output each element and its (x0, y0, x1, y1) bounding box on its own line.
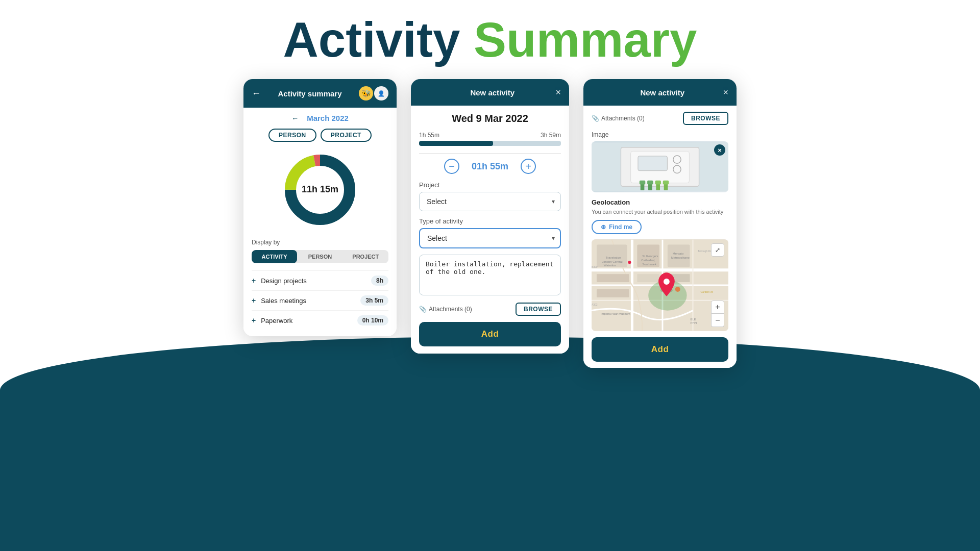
activity-name: Paperwork (261, 317, 357, 324)
close-icon[interactable]: × (723, 87, 728, 98)
activity-time: 0h 10m (357, 315, 388, 325)
time-value: 01h 55m (472, 161, 508, 172)
card1-title: Activity summary (261, 89, 359, 98)
zoom-out-btn[interactable]: − (711, 314, 724, 327)
card-new-activity-map: New activity × 📎 Attachments (0) BROWSE … (583, 79, 737, 368)
svg-point-36 (628, 261, 631, 264)
card3-title: New activity (602, 88, 723, 97)
paperclip-icon: 📎 (592, 115, 599, 122)
top-browse-btn[interactable]: BROWSE (683, 112, 728, 125)
close-icon[interactable]: × (555, 87, 561, 98)
activity-name: Design projects (261, 277, 371, 285)
svg-text:St George's: St George's (642, 255, 658, 258)
list-item: + Sales meetings 3h 5m (252, 290, 388, 310)
svg-text:Borough Rd: Borough Rd (698, 251, 712, 253)
tab-project[interactable]: PROJECT (343, 250, 388, 263)
svg-rect-14 (640, 181, 645, 185)
card3-header: New activity × (583, 79, 737, 106)
time-bar-fill (419, 141, 493, 146)
prev-month-button[interactable]: ← (291, 114, 299, 122)
card1-body: ← March 2022 PERSON PROJECT (243, 108, 397, 336)
expand-icon[interactable]: + (252, 277, 256, 285)
time-bar-labels: 1h 55m 3h 59m (419, 132, 561, 139)
cards-container: ← Activity summary 🐝 👤 ← March 2022 PERS… (243, 79, 737, 368)
svg-text:Southwark: Southwark (642, 263, 656, 266)
date-title: Wed 9 Mar 2022 (419, 113, 561, 124)
time-stepper: − 01h 55m + (419, 159, 561, 174)
increment-time-btn[interactable]: + (521, 159, 536, 174)
header-summary: Summary (474, 12, 697, 67)
attachments-row: 📎 Attachments (0) BROWSE (419, 303, 561, 316)
browse-btn[interactable]: BROWSE (516, 303, 561, 316)
find-me-btn[interactable]: ⊕ Find me (592, 220, 642, 234)
note-textarea[interactable]: Boiler installation, replacement of the … (419, 255, 561, 295)
svg-text:Cathedral,: Cathedral, (641, 259, 655, 262)
image-preview: × (592, 141, 728, 192)
activity-type-select[interactable]: Select (419, 228, 561, 248)
card-new-activity: New activity × Wed 9 Mar 2022 1h 55m 3h … (411, 79, 569, 354)
map-expand-btn[interactable]: ⤢ (711, 243, 724, 257)
add-button[interactable]: Add (592, 337, 728, 362)
paperclip-icon: 📎 (419, 306, 427, 313)
svg-text:Travelodge: Travelodge (606, 257, 621, 260)
card2-title: New activity (429, 88, 555, 97)
expand-icon[interactable]: + (252, 296, 256, 305)
filter-person-btn[interactable]: PERSON (268, 129, 316, 142)
boiler-image (592, 141, 728, 192)
map-controls: + − (711, 300, 724, 327)
activity-type-select-wrapper: Select ▾ (419, 228, 561, 248)
svg-rect-17 (663, 181, 669, 185)
expand-icon[interactable]: + (252, 316, 256, 324)
card2-header: New activity × (411, 79, 569, 106)
svg-text:ELE: ELE (691, 318, 696, 321)
background-wave (0, 337, 980, 551)
geo-title: Geolocation (592, 198, 728, 206)
svg-rect-30 (597, 289, 629, 297)
display-by-label: Display by (252, 239, 388, 246)
avatar-bee: 🐝 (359, 86, 373, 101)
time-end: 3h 59m (541, 132, 561, 139)
donut-center-text: 11h 15m (302, 184, 338, 194)
add-button[interactable]: Add (419, 322, 561, 346)
zoom-in-btn[interactable]: + (711, 300, 724, 314)
month-navigation: ← March 2022 (252, 114, 388, 122)
svg-point-50 (664, 279, 670, 285)
month-label: March 2022 (307, 114, 349, 122)
project-select-wrapper: Select ▾ (419, 192, 561, 211)
svg-text:Imperial War Museum: Imperial War Museum (601, 312, 630, 315)
filter-buttons: PERSON PROJECT (252, 129, 388, 142)
svg-text:A302: A302 (592, 304, 598, 306)
project-select[interactable]: Select (419, 192, 561, 211)
avatar-group: 🐝 👤 (359, 86, 388, 101)
top-attachments-label: 📎 Attachments (0) (592, 115, 645, 122)
donut-chart-container: 11h 15m (252, 149, 388, 231)
svg-text:London Central: London Central (602, 261, 623, 264)
filter-project-btn[interactable]: PROJECT (321, 129, 372, 142)
activity-type-label: Type of activity (419, 217, 561, 225)
back-button[interactable]: ← (252, 88, 261, 99)
remove-image-btn[interactable]: × (714, 144, 725, 156)
image-section: Image (592, 131, 728, 192)
activity-time: 8h (371, 276, 388, 286)
avatar-user: 👤 (374, 86, 388, 101)
svg-text:B300: B300 (592, 266, 598, 269)
donut-chart: 11h 15m (279, 149, 361, 231)
svg-rect-28 (597, 274, 629, 283)
project-label: Project (419, 181, 561, 189)
image-label: Image (592, 131, 728, 138)
svg-text:Metropolitano: Metropolitano (671, 257, 690, 260)
tab-activity[interactable]: ACTIVITY (252, 250, 297, 263)
activity-list: + Design projects 8h + Sales meetings 3h… (252, 270, 388, 330)
tab-person[interactable]: PERSON (297, 250, 342, 263)
geo-desc: You can connect your actual position wit… (592, 208, 728, 216)
svg-rect-29 (637, 274, 659, 283)
page-header: Activity Summary (0, 0, 980, 74)
decrement-time-btn[interactable]: − (444, 159, 459, 174)
map-svg: Travelodge London Central Waterloo St Ge… (592, 239, 728, 331)
attachments-label: 📎 Attachments (0) (419, 306, 472, 313)
time-bar-track (419, 141, 561, 146)
svg-rect-7 (638, 156, 667, 171)
top-attachments-row: 📎 Attachments (0) BROWSE (592, 112, 728, 125)
svg-text:Waterloo: Waterloo (604, 264, 616, 267)
map-container: Travelodge London Central Waterloo St Ge… (592, 239, 728, 331)
